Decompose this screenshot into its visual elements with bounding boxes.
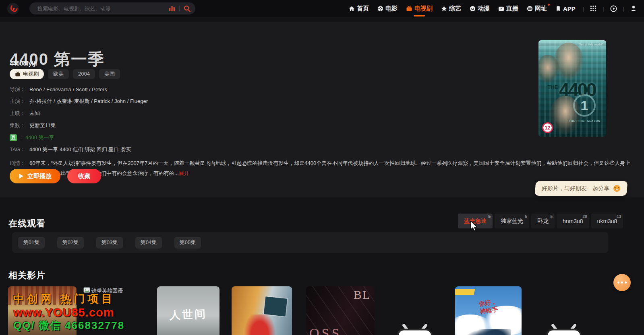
episode-panel: 第01集 第02集 第03集 第04集 第05集: [12, 232, 608, 253]
active-nav-underline: [414, 15, 425, 16]
poster-letters: OSS: [309, 326, 342, 335]
movie-poster[interactable]: “Out of this world” THE4400 1 THE FIRST …: [538, 40, 606, 137]
nav-item-tv-series[interactable]: 电视剧: [406, 5, 433, 12]
related-card-8-placeholder[interactable]: [530, 286, 598, 335]
favorite-button[interactable]: 收藏: [67, 169, 101, 183]
tab-label: hnm3u8: [563, 218, 583, 224]
play-button-label: 立即播放: [27, 173, 52, 180]
apps-grid-icon[interactable]: [590, 5, 596, 12]
season-text: THE FIRST SEASON: [569, 119, 601, 122]
nav-item-anime[interactable]: 动漫: [470, 5, 490, 12]
source-tabs: 蓝光急速 5 独家蓝光 5 卧龙 5 hnm3u8 20 ukm3u8 13: [458, 214, 623, 228]
nav-item-live[interactable]: 直播: [498, 5, 518, 12]
expand-link[interactable]: 展开: [179, 170, 189, 176]
anime-face-icon: [470, 6, 476, 12]
tv-mascot-icon: [544, 323, 584, 335]
episode-button-4[interactable]: 第04集: [135, 237, 162, 249]
site-logo[interactable]: [7, 3, 19, 14]
broken-image-icon: [83, 287, 90, 293]
release-label: 上映：: [10, 110, 25, 117]
related-card-3[interactable]: 人世间: [157, 286, 219, 335]
play-icon: [19, 173, 24, 179]
nav-item-variety[interactable]: 综艺: [441, 5, 461, 12]
broken-image-alt-text: 铁拳英雄国语: [91, 287, 123, 294]
episodes-label: 集数：: [10, 122, 25, 129]
category-pill[interactable]: 电视剧: [10, 69, 44, 79]
tv-icon: [15, 72, 21, 77]
episode-button-3[interactable]: 第03集: [96, 237, 123, 249]
related-card-5[interactable]: BL OSS: [306, 286, 375, 335]
search-icon[interactable]: [184, 5, 191, 12]
nav-item-app[interactable]: APP: [555, 5, 576, 12]
tab-label: 卧龙: [537, 218, 549, 225]
source-tab-ukm3u8[interactable]: ukm3u8 13: [591, 214, 623, 228]
nav-label: APP: [563, 5, 576, 12]
nav-label: 电影: [385, 5, 398, 12]
season-number: 1: [581, 98, 588, 113]
director-value: René / Echevarria / Scott / Peters: [29, 86, 107, 92]
episode-button-5[interactable]: 第05集: [174, 237, 201, 249]
divider: |: [623, 6, 624, 12]
plot-row: 剧情： 60年来，“外星人劫持”事件屡有发生，但在2007年7月的一天，随着一颗…: [10, 158, 634, 178]
search-bar: [29, 2, 195, 14]
region-pill[interactable]: 欧美: [48, 69, 69, 79]
broken-image-row: 铁拳英雄国语: [83, 286, 151, 294]
dot: [621, 282, 623, 284]
nav-label: 电视剧: [414, 5, 433, 12]
tv-mascot-icon: [395, 323, 435, 335]
tab-count: 5: [550, 214, 553, 219]
phone-icon: [555, 6, 561, 12]
country-pill[interactable]: 美国: [99, 69, 120, 79]
user-icon[interactable]: [630, 5, 637, 12]
poster-title: THE4400: [538, 79, 605, 101]
action-buttons: 立即播放 收藏: [10, 169, 101, 183]
site-directory-icon: [527, 6, 533, 12]
favorite-button-label: 收藏: [78, 173, 90, 180]
tab-count: 20: [582, 214, 587, 219]
episode-button-1[interactable]: 第01集: [18, 237, 45, 249]
film-reel-icon: [377, 6, 383, 12]
star-icon: [441, 6, 447, 12]
year-pill[interactable]: 2004: [73, 69, 95, 79]
source-tab-wl[interactable]: 卧龙 5: [531, 214, 555, 228]
tab-label: 独家蓝光: [501, 218, 523, 225]
history-play-icon[interactable]: [610, 5, 617, 12]
related-card-1[interactable]: [8, 286, 77, 335]
dot: [617, 282, 619, 284]
poster-title-text: 人世间: [157, 306, 219, 323]
live-icon: [498, 6, 504, 12]
tag-pills: 电视剧 欧美 2004 美国: [10, 69, 120, 79]
dot: [625, 282, 627, 284]
watch-online-heading: 在线观看: [8, 218, 46, 230]
navbar-utils: | | |: [583, 5, 637, 12]
plot-text: 60年来，“外星人劫持”事件屡有发生，但在2007年7月的一天，随着一颗彗星飞向…: [29, 158, 634, 178]
related-card-2-broken[interactable]: 铁拳英雄国语: [83, 286, 151, 335]
nav-item-movies[interactable]: 电影: [377, 5, 398, 12]
source-tab-hnm3u8[interactable]: hnm3u8 20: [557, 214, 589, 228]
logo-icon: [9, 4, 18, 13]
nav-item-sites[interactable]: 网址: [527, 5, 547, 12]
source-tab-djlg[interactable]: 独家蓝光 5: [495, 214, 529, 228]
release-value: 未知: [29, 110, 40, 117]
episode-button-2[interactable]: 第02集: [57, 237, 84, 249]
episodes-value: 更新至11集: [29, 122, 56, 129]
play-now-button[interactable]: 立即播放: [10, 169, 60, 183]
home-icon: [349, 6, 355, 12]
new-badge: [548, 4, 550, 6]
poster-letters: BL: [354, 288, 371, 302]
related-card-7[interactable]: 你好， 神枪手: [455, 286, 522, 335]
ranking-chart-icon[interactable]: [169, 6, 175, 11]
douban-link[interactable]: 4400 第一季: [25, 134, 54, 141]
main-nav: 首页 电影 电视剧 综艺: [349, 5, 576, 12]
search-input[interactable]: [37, 5, 169, 12]
age-rating-badge: 12: [542, 122, 553, 133]
nav-item-home[interactable]: 首页: [349, 5, 369, 12]
season-ring: 1: [573, 94, 596, 117]
related-card-6-placeholder[interactable]: [381, 286, 449, 335]
floating-more-button[interactable]: [613, 274, 631, 291]
stars-label: 主演：: [10, 98, 25, 105]
tag-row: TAG： 4400 第一季 4400 佢们 绑架 回归 星口 袭买: [10, 146, 634, 153]
source-tab-lgjs[interactable]: 蓝光急速 5: [458, 214, 493, 228]
related-card-4[interactable]: [232, 286, 292, 335]
poster-quote: “Out of this world”: [578, 43, 603, 46]
